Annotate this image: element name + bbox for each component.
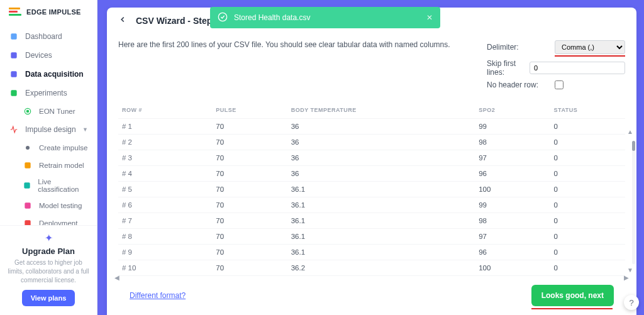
table-cell: 98 <box>475 135 550 150</box>
table-row: # 57036.11000 <box>118 182 625 197</box>
table-row: # 107036.21000 <box>118 260 625 276</box>
skip-lines-input[interactable] <box>530 62 625 74</box>
table-cell: 0 <box>550 276 625 278</box>
delimiter-select[interactable]: Comma (,) <box>555 40 625 54</box>
table-row: # 17036990 <box>118 119 625 135</box>
svg-rect-8 <box>25 202 30 208</box>
table-cell: 0 <box>550 150 625 166</box>
sidebar-item-devices[interactable]: Devices <box>0 46 97 65</box>
table-cell: # 4 <box>118 166 212 182</box>
scroll-left-icon[interactable]: ◀ <box>111 274 123 281</box>
table-cell: 36.1 <box>287 197 475 213</box>
column-header: ROW # <box>118 102 212 119</box>
table-row: # 117036.2990 <box>118 276 625 278</box>
svg-point-5 <box>26 110 29 113</box>
table-cell: # 11 <box>118 276 212 278</box>
data-icon <box>9 69 19 79</box>
sidebar-item-retrain-model[interactable]: Retrain model <box>0 157 97 174</box>
toast-close-icon[interactable]: ✕ <box>426 13 433 22</box>
nav-list: DashboardDevicesData acquisitionExperime… <box>0 23 97 225</box>
table-cell: 0 <box>550 245 625 260</box>
wizard-footer: Different format? Looks good, next <box>118 280 625 315</box>
table-cell: 70 <box>212 276 287 278</box>
toast-message: Stored Health data.csv <box>234 13 310 22</box>
table-cell: # 6 <box>118 197 212 213</box>
looks-good-next-button[interactable]: Looks good, next <box>531 285 614 306</box>
table-cell: # 9 <box>118 245 212 260</box>
sidebar-item-label: Experiments <box>25 89 67 97</box>
sidebar-item-label: Impulse design <box>25 125 76 134</box>
column-header: BODY TEMPERATURE <box>287 102 475 119</box>
sidebar-item-deployment[interactable]: Deployment <box>0 214 97 225</box>
table-cell: 100 <box>475 182 550 197</box>
upgrade-panel: ✦ Upgrade Plan Get access to higher job … <box>0 225 97 315</box>
table-cell: # 3 <box>118 150 212 166</box>
table-row: # 27036980 <box>118 135 625 150</box>
different-format-link[interactable]: Different format? <box>130 291 186 300</box>
sidebar-item-label: Live classification <box>38 178 88 193</box>
brand-logo[interactable]: EDGE IMPULSE <box>0 0 97 23</box>
sidebar-item-model-testing[interactable]: Model testing <box>0 197 97 214</box>
table-cell: # 2 <box>118 135 212 150</box>
sidebar-item-data-acquisition[interactable]: Data acquisition <box>0 65 97 84</box>
dot-icon <box>23 143 33 153</box>
sidebar-item-impulse-design[interactable]: Impulse design▼ <box>0 120 97 139</box>
help-button[interactable]: ? <box>624 295 639 310</box>
table-cell: 36.1 <box>287 229 475 245</box>
table-cell: 36.1 <box>287 245 475 260</box>
sidebar-item-dashboard[interactable]: Dashboard <box>0 27 97 46</box>
table-cell: 99 <box>475 276 550 278</box>
toast-success: Stored Health data.csv ✕ <box>210 7 440 28</box>
back-button[interactable] <box>118 15 127 26</box>
sidebar-item-live-classification[interactable]: Live classification <box>0 174 97 197</box>
table-cell: 36.1 <box>287 182 475 197</box>
table-row: # 97036.1960 <box>118 245 625 260</box>
table-cell: 98 <box>475 213 550 229</box>
scroll-right-icon[interactable]: ▶ <box>620 274 633 281</box>
table-cell: 0 <box>550 213 625 229</box>
table-cell: 70 <box>212 166 287 182</box>
table-cell: 36 <box>287 119 475 135</box>
table-cell: # 10 <box>118 260 212 276</box>
svg-point-10 <box>218 13 226 21</box>
sidebar-item-label: Devices <box>25 51 52 60</box>
sidebar-item-label: Retrain model <box>39 162 84 169</box>
table-cell: 0 <box>550 166 625 182</box>
svg-rect-7 <box>24 182 30 188</box>
table-cell: 70 <box>212 260 287 276</box>
wizard-body: Here are the first 200 lines of your CSV… <box>107 34 636 315</box>
table-cell: 0 <box>550 229 625 245</box>
grid-icon <box>9 88 19 98</box>
scroll-up-icon[interactable]: ▲ <box>624 128 636 135</box>
sidebar-item-create-impulse[interactable]: Create impulse <box>0 139 97 157</box>
vertical-scrollbar[interactable] <box>632 141 635 264</box>
skip-lines-label: Skip first lines: <box>487 59 525 77</box>
table-cell: 0 <box>550 260 625 276</box>
sidebar-item-label: Deployment <box>39 219 77 225</box>
svg-rect-0 <box>11 33 16 39</box>
table-cell: # 1 <box>118 119 212 135</box>
table-cell: 99 <box>475 119 550 135</box>
view-plans-button[interactable]: View plans <box>22 290 75 306</box>
table-cell: 0 <box>550 119 625 135</box>
table-cell: 70 <box>212 245 287 260</box>
table-cell: 36 <box>287 150 475 166</box>
table-cell: 36.2 <box>287 260 475 276</box>
deploy-icon <box>23 218 33 225</box>
table-row: # 37036970 <box>118 150 625 166</box>
sidebar: EDGE IMPULSE DashboardDevicesData acquis… <box>0 0 97 315</box>
sidebar-item-label: Model testing <box>39 202 82 209</box>
svg-rect-9 <box>25 220 30 225</box>
table-cell: 100 <box>475 260 550 276</box>
sidebar-item-experiments[interactable]: Experiments <box>0 84 97 102</box>
refresh-icon <box>23 160 33 170</box>
upgrade-desc: Get access to higher job limits, collabo… <box>8 258 89 285</box>
sidebar-item-eon-tuner[interactable]: EON Tuner <box>0 102 97 120</box>
csv-preview-table: ROW #PULSEBODY TEMPERATURESPO2STATUS # 1… <box>118 102 625 277</box>
table-cell: 0 <box>550 182 625 197</box>
sidebar-item-label: Data acquisition <box>25 70 84 79</box>
no-header-checkbox[interactable] <box>555 80 564 89</box>
upgrade-title: Upgrade Plan <box>8 246 89 256</box>
scroll-down-icon[interactable]: ▼ <box>624 267 636 274</box>
test-icon <box>23 201 33 211</box>
